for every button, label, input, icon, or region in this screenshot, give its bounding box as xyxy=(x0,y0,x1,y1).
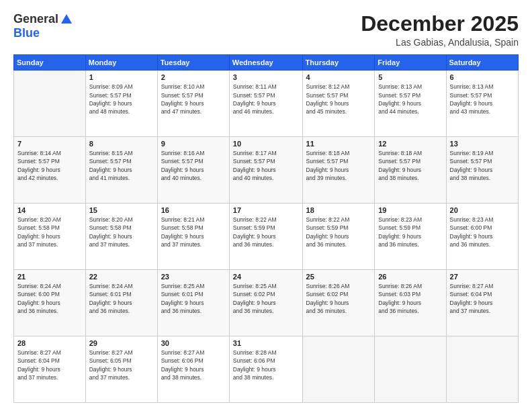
calendar-cell: 3Sunrise: 8:11 AMSunset: 5:57 PMDaylight… xyxy=(229,71,302,137)
calendar-cell: 26Sunrise: 8:26 AMSunset: 6:03 PMDayligh… xyxy=(375,270,446,336)
calendar-cell: 27Sunrise: 8:27 AMSunset: 6:04 PMDayligh… xyxy=(446,270,518,336)
day-info: Sunrise: 8:24 AMSunset: 6:01 PMDaylight:… xyxy=(89,282,154,315)
day-number: 19 xyxy=(378,206,442,214)
calendar-cell: 7Sunrise: 8:14 AMSunset: 5:57 PMDaylight… xyxy=(14,137,86,203)
logo-text: General xyxy=(13,12,72,26)
day-info: Sunrise: 8:11 AMSunset: 5:57 PMDaylight:… xyxy=(233,83,299,116)
day-number: 24 xyxy=(233,273,299,281)
calendar-cell: 29Sunrise: 8:27 AMSunset: 6:05 PMDayligh… xyxy=(85,336,157,403)
calendar-cell: 11Sunrise: 8:18 AMSunset: 5:57 PMDayligh… xyxy=(302,137,375,203)
day-info: Sunrise: 8:27 AMSunset: 6:04 PMDaylight:… xyxy=(17,349,82,381)
calendar-cell xyxy=(446,336,518,403)
day-info: Sunrise: 8:12 AMSunset: 5:57 PMDaylight:… xyxy=(306,83,371,116)
day-info: Sunrise: 8:18 AMSunset: 5:57 PMDaylight:… xyxy=(306,149,371,182)
day-number: 7 xyxy=(17,140,82,148)
day-info: Sunrise: 8:16 AMSunset: 5:57 PMDaylight:… xyxy=(161,149,226,182)
calendar-cell: 8Sunrise: 8:15 AMSunset: 5:57 PMDaylight… xyxy=(85,137,157,203)
calendar-cell: 15Sunrise: 8:20 AMSunset: 5:58 PMDayligh… xyxy=(85,203,157,270)
calendar-cell: 24Sunrise: 8:25 AMSunset: 6:02 PMDayligh… xyxy=(229,270,302,336)
calendar-cell: 16Sunrise: 8:21 AMSunset: 5:58 PMDayligh… xyxy=(157,203,229,270)
weekday-header-row: SundayMondayTuesdayWednesdayThursdayFrid… xyxy=(14,55,519,71)
day-number: 22 xyxy=(89,273,154,281)
calendar-cell: 30Sunrise: 8:27 AMSunset: 6:06 PMDayligh… xyxy=(157,336,229,403)
day-number: 23 xyxy=(161,273,226,281)
day-number: 2 xyxy=(161,73,226,81)
logo-general: General xyxy=(13,12,58,26)
week-row-4: 28Sunrise: 8:27 AMSunset: 6:04 PMDayligh… xyxy=(14,336,519,403)
day-info: Sunrise: 8:23 AMSunset: 5:59 PMDaylight:… xyxy=(378,216,442,248)
day-number: 31 xyxy=(233,339,299,347)
day-number: 21 xyxy=(17,273,82,281)
calendar-cell: 2Sunrise: 8:10 AMSunset: 5:57 PMDaylight… xyxy=(157,71,229,137)
day-number: 29 xyxy=(89,339,154,347)
calendar-cell: 12Sunrise: 8:18 AMSunset: 5:57 PMDayligh… xyxy=(375,137,446,203)
day-number: 13 xyxy=(450,140,515,148)
calendar-cell: 22Sunrise: 8:24 AMSunset: 6:01 PMDayligh… xyxy=(85,270,157,336)
day-number: 10 xyxy=(233,140,299,148)
day-number: 26 xyxy=(378,273,442,281)
day-info: Sunrise: 8:13 AMSunset: 5:57 PMDaylight:… xyxy=(378,83,442,116)
header-right: December 2025 Las Gabias, Andalusia, Spa… xyxy=(361,12,519,48)
calendar-table: SundayMondayTuesdayWednesdayThursdayFrid… xyxy=(13,54,519,403)
day-number: 25 xyxy=(306,273,371,281)
day-number: 17 xyxy=(233,206,299,214)
day-info: Sunrise: 8:09 AMSunset: 5:57 PMDaylight:… xyxy=(89,83,154,116)
calendar-cell: 6Sunrise: 8:13 AMSunset: 5:57 PMDaylight… xyxy=(446,71,518,137)
week-row-3: 21Sunrise: 8:24 AMSunset: 6:00 PMDayligh… xyxy=(14,270,519,336)
calendar-cell: 4Sunrise: 8:12 AMSunset: 5:57 PMDaylight… xyxy=(302,71,375,137)
day-number: 5 xyxy=(378,73,442,81)
calendar-cell: 14Sunrise: 8:20 AMSunset: 5:58 PMDayligh… xyxy=(14,203,86,270)
logo-blue: Blue xyxy=(13,26,40,40)
day-info: Sunrise: 8:26 AMSunset: 6:03 PMDaylight:… xyxy=(378,282,442,315)
day-info: Sunrise: 8:14 AMSunset: 5:57 PMDaylight:… xyxy=(17,149,82,182)
day-info: Sunrise: 8:15 AMSunset: 5:57 PMDaylight:… xyxy=(89,149,154,182)
weekday-header-thursday: Thursday xyxy=(302,55,375,71)
month-title: December 2025 xyxy=(361,12,519,36)
day-number: 27 xyxy=(450,273,515,281)
calendar-cell: 13Sunrise: 8:19 AMSunset: 5:57 PMDayligh… xyxy=(446,137,518,203)
day-number: 3 xyxy=(233,73,299,81)
day-info: Sunrise: 8:26 AMSunset: 6:02 PMDaylight:… xyxy=(306,282,371,315)
page: General Blue December 2025 Las Gabias, A… xyxy=(0,0,532,411)
day-info: Sunrise: 8:24 AMSunset: 6:00 PMDaylight:… xyxy=(17,282,82,315)
day-info: Sunrise: 8:28 AMSunset: 6:06 PMDaylight:… xyxy=(233,349,299,381)
header: General Blue December 2025 Las Gabias, A… xyxy=(13,12,519,48)
day-info: Sunrise: 8:18 AMSunset: 5:57 PMDaylight:… xyxy=(378,149,442,182)
weekday-header-sunday: Sunday xyxy=(14,55,86,71)
day-number: 16 xyxy=(161,206,226,214)
day-info: Sunrise: 8:23 AMSunset: 6:00 PMDaylight:… xyxy=(450,216,515,248)
calendar-cell xyxy=(14,71,86,137)
calendar-cell: 28Sunrise: 8:27 AMSunset: 6:04 PMDayligh… xyxy=(14,336,86,403)
day-number: 18 xyxy=(306,206,371,214)
day-info: Sunrise: 8:27 AMSunset: 6:05 PMDaylight:… xyxy=(89,349,154,381)
day-number: 28 xyxy=(17,339,82,347)
day-info: Sunrise: 8:27 AMSunset: 6:06 PMDaylight:… xyxy=(161,349,226,381)
logo-triangle-icon xyxy=(61,14,72,24)
calendar-cell xyxy=(302,336,375,403)
day-number: 1 xyxy=(89,73,154,81)
day-number: 12 xyxy=(378,140,442,148)
calendar-cell: 10Sunrise: 8:17 AMSunset: 5:57 PMDayligh… xyxy=(229,137,302,203)
weekday-header-saturday: Saturday xyxy=(446,55,518,71)
weekday-header-tuesday: Tuesday xyxy=(157,55,229,71)
calendar-cell: 1Sunrise: 8:09 AMSunset: 5:57 PMDaylight… xyxy=(85,71,157,137)
weekday-header-wednesday: Wednesday xyxy=(229,55,302,71)
day-info: Sunrise: 8:22 AMSunset: 5:59 PMDaylight:… xyxy=(233,216,299,248)
day-number: 4 xyxy=(306,73,371,81)
calendar-cell: 9Sunrise: 8:16 AMSunset: 5:57 PMDaylight… xyxy=(157,137,229,203)
day-number: 8 xyxy=(89,140,154,148)
calendar-cell: 25Sunrise: 8:26 AMSunset: 6:02 PMDayligh… xyxy=(302,270,375,336)
day-info: Sunrise: 8:20 AMSunset: 5:58 PMDaylight:… xyxy=(17,216,82,248)
day-number: 20 xyxy=(450,206,515,214)
day-info: Sunrise: 8:22 AMSunset: 5:59 PMDaylight:… xyxy=(306,216,371,248)
day-number: 15 xyxy=(89,206,154,214)
calendar-cell: 5Sunrise: 8:13 AMSunset: 5:57 PMDaylight… xyxy=(375,71,446,137)
calendar-cell: 18Sunrise: 8:22 AMSunset: 5:59 PMDayligh… xyxy=(302,203,375,270)
calendar-cell: 31Sunrise: 8:28 AMSunset: 6:06 PMDayligh… xyxy=(229,336,302,403)
day-info: Sunrise: 8:25 AMSunset: 6:02 PMDaylight:… xyxy=(233,282,299,315)
day-number: 6 xyxy=(450,73,515,81)
day-info: Sunrise: 8:27 AMSunset: 6:04 PMDaylight:… xyxy=(450,282,515,315)
day-info: Sunrise: 8:13 AMSunset: 5:57 PMDaylight:… xyxy=(450,83,515,116)
day-info: Sunrise: 8:25 AMSunset: 6:01 PMDaylight:… xyxy=(161,282,226,315)
day-info: Sunrise: 8:17 AMSunset: 5:57 PMDaylight:… xyxy=(233,149,299,182)
